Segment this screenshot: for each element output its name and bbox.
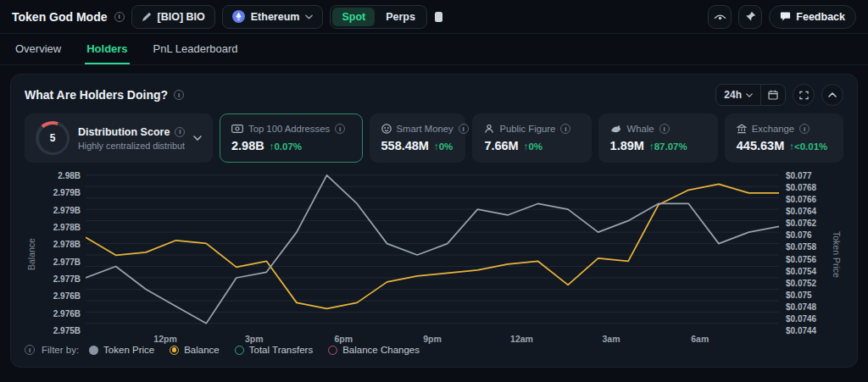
axis-tick-label: $0.0744 [786, 326, 816, 335]
axis-tick-label: $0.0758 [786, 242, 816, 252]
ethereum-icon [232, 10, 245, 23]
legend-label: Balance Changes [342, 345, 420, 355]
right-axis-title: Token Price [830, 171, 843, 337]
info-icon[interactable] [335, 124, 345, 134]
tab-overview[interactable]: Overview [14, 34, 63, 64]
stat-value: 558.48M [381, 139, 429, 152]
chevron-down-icon [746, 93, 753, 97]
stat-title: Top 100 Addresses [248, 124, 330, 134]
stat-change: 0.07% [270, 141, 302, 152]
fullscreen-button[interactable] [793, 84, 815, 106]
stat-card-whale[interactable]: Whale1.89M87.07% [598, 113, 718, 163]
x-tick-label: 3am [603, 334, 620, 344]
x-tick-label: 12pm [153, 334, 176, 344]
stat-value-row: 7.66M0% [484, 139, 579, 152]
chevron-down-icon [193, 136, 202, 141]
distribution-score-value: 5 [50, 132, 56, 144]
left-axis-labels: 2.98B2.979B2.979B2.978B2.978B2.977B2.977… [38, 171, 86, 337]
stat-card-smart-money[interactable]: Smart Money558.48M0% [370, 113, 466, 163]
stat-card-top-100-addresses[interactable]: Top 100 Addresses2.98B0.07% [220, 113, 363, 163]
info-icon[interactable] [560, 124, 570, 134]
x-tick-label: 12am [510, 334, 533, 344]
axis-tick-label: $0.0752 [786, 279, 816, 288]
stat-value: 445.63M [737, 139, 784, 152]
filter-label: Filter by: [42, 345, 79, 355]
info-icon[interactable] [25, 345, 35, 355]
chart-area: Balance 2.98B2.979B2.979B2.978B2.978B2.9… [25, 171, 843, 337]
page-title: Token God Mode [12, 10, 108, 24]
distribution-gauge: 5 [36, 121, 70, 155]
axis-tick-label: $0.0766 [786, 195, 816, 204]
axis-tick-label: 2.978B [53, 240, 81, 249]
filter-balance[interactable]: Balance [170, 345, 220, 355]
info-icon[interactable] [174, 90, 184, 100]
whale-icon [610, 125, 622, 134]
stat-card-header: Top 100 Addresses [231, 124, 351, 134]
calendar-button[interactable] [761, 85, 785, 105]
stat-value-row: 1.89M87.07% [610, 139, 706, 152]
left-axis-title: Balance [25, 171, 38, 337]
smart-money-icon [381, 124, 392, 134]
watch-button[interactable] [708, 5, 732, 29]
x-tick-label: 6am [691, 334, 709, 344]
info-icon[interactable] [799, 124, 810, 134]
up-arrow-icon [789, 141, 794, 152]
copy-icon[interactable] [434, 11, 443, 23]
tab-pnl-leaderboard[interactable]: PnL Leaderboard [152, 34, 240, 64]
stat-value: 1.89M [610, 139, 644, 152]
up-arrow-icon [434, 141, 439, 152]
filter-total-transfers[interactable]: Total Transfers [235, 345, 313, 355]
tab-holders[interactable]: Holders [85, 34, 129, 64]
stat-change: <0.01% [789, 141, 827, 152]
legend-dot-icon [170, 346, 179, 355]
stat-change: 87.07% [649, 141, 687, 152]
stat-card-exchange[interactable]: Exchange445.63M<0.01% [725, 113, 843, 163]
filter-token-price[interactable]: Token Price [89, 345, 154, 355]
distribution-subtitle: Highly centralized distribution [78, 141, 185, 151]
tab-bar: OverviewHoldersPnL Leaderboard [0, 34, 868, 65]
token-select-button[interactable]: [BIO] BIO [131, 5, 215, 29]
stat-change: 0% [434, 141, 453, 152]
chain-label: Ethereum [251, 11, 300, 23]
pin-button[interactable] [738, 5, 762, 29]
feedback-button[interactable]: Feedback [769, 5, 856, 29]
stat-value-row: 2.98B0.07% [231, 139, 351, 152]
axis-tick-label: 2.978B [53, 223, 81, 232]
legend-label: Balance [184, 345, 220, 355]
app-header: Token God Mode [BIO] BIO Ethereum Spot P… [0, 0, 868, 34]
info-icon[interactable] [114, 12, 125, 22]
axis-tick-label: 2.979B [53, 188, 81, 197]
axis-tick-label: 2.976B [53, 309, 81, 318]
chevron-up-icon [828, 92, 837, 97]
pin-icon [745, 11, 756, 22]
info-icon[interactable] [175, 127, 185, 137]
timeframe-select[interactable]: 24h [716, 85, 760, 105]
filter-legend: Token PriceBalanceTotal TransfersBalance… [89, 345, 420, 355]
feedback-label: Feedback [796, 11, 845, 23]
up-arrow-icon [270, 141, 275, 152]
axis-tick-label: 2.977B [53, 274, 81, 284]
axis-tick-label: 2.977B [53, 257, 81, 267]
info-icon[interactable] [659, 124, 670, 134]
stat-title: Smart Money [397, 124, 453, 134]
stat-card-public-figure[interactable]: Public Figure7.66M0% [472, 113, 591, 163]
legend-label: Total Transfers [249, 345, 313, 355]
legend-dot-icon [328, 346, 337, 355]
stat-card-header: Exchange [737, 124, 832, 134]
distribution-score-card[interactable]: 5 Distribution Score Highly centralized … [25, 113, 213, 163]
eye-icon [714, 12, 726, 22]
axis-tick-label: 2.976B [53, 291, 81, 301]
spot-tab[interactable]: Spot [332, 8, 375, 26]
perps-tab[interactable]: Perps [376, 8, 425, 26]
chain-select-button[interactable]: Ethereum [222, 5, 324, 29]
info-icon[interactable] [459, 124, 469, 134]
collapse-button[interactable] [821, 84, 843, 106]
right-axis-labels: $0.077$0.0768$0.0766$0.0764$0.0762$0.076… [779, 171, 830, 337]
holders-chart[interactable] [86, 171, 779, 330]
filter-balance-changes[interactable]: Balance Changes [328, 345, 420, 355]
plot-area[interactable] [86, 171, 779, 330]
stat-change: 0% [524, 141, 542, 152]
axis-tick-label: 2.98B [58, 171, 81, 180]
axis-tick-label: $0.0764 [786, 207, 816, 216]
stat-card-header: Smart Money [381, 124, 454, 134]
